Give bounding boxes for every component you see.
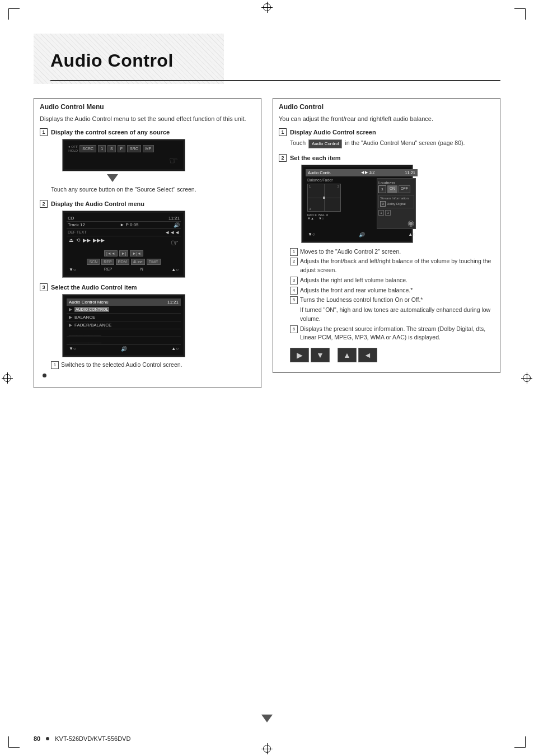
- cd-menu-icon: ▲○: [171, 267, 179, 272]
- balance-num-2: 2: [338, 185, 339, 188]
- step-1: 1 Display the control screen of any sour…: [40, 128, 255, 194]
- cd-row-2: Track 12 ► P 0:05 🔊: [67, 222, 181, 229]
- ac-ind-1: 1: [378, 210, 384, 216]
- cd-scn-btn: SCN: [87, 259, 100, 265]
- bottom-page-arrow: [261, 715, 273, 722]
- src-btn-2: 1: [98, 145, 106, 152]
- fad-label: FAD F ▼▲: [307, 213, 317, 220]
- ac-page-indicator: ◀ ▶ 1/2: [361, 170, 374, 175]
- cd-4line-btn: 4Line: [131, 259, 145, 265]
- nav-down-icon: ▼: [311, 348, 330, 362]
- touch-hand-icon: ☞: [67, 155, 181, 167]
- step-2: 2 Display the Audio Control menu CD 11:2…: [40, 200, 255, 278]
- cd-eject: ⏏: [69, 237, 74, 248]
- ac-menu-row-2: ▶ BALANCE: [67, 314, 181, 321]
- ac-menu-display: Audio Control Menu 11:21 ▶ AUDIO CONTROL…: [67, 298, 181, 353]
- list-item-6-text: Displays the present source information.…: [300, 325, 494, 343]
- cd-function-row: SCN REP RDM 4Line TIME: [67, 258, 181, 266]
- page-header: Audio Control: [34, 34, 500, 84]
- source-select-screen: ● OFF HOLD SCRC 1 S F SRC MP: [62, 139, 185, 171]
- step-3-title: Select the Audio Control item: [51, 284, 137, 291]
- right-step-1-num: 1: [279, 128, 287, 136]
- fad-bal-section: FAD F ▼▲ BAL R ▼○: [307, 213, 374, 220]
- cd-next-btn: ►|◄: [130, 250, 143, 256]
- list-item-1-text: Moves to the "Audio Control 2" screen.: [300, 248, 401, 256]
- ac-menu-title-bar: Audio Control Menu 11:21: [67, 298, 181, 306]
- cd-track-label: Track 12: [68, 222, 85, 227]
- stream-num: D: [380, 201, 386, 207]
- arrow-down-shape-1: [107, 174, 118, 182]
- cd-controls-row: |◄◄ ►| ►|◄: [67, 249, 181, 258]
- ac-menu-time: 11:21: [167, 300, 179, 305]
- cd-text: DEF TEXT: [68, 230, 87, 234]
- page-number: 80: [34, 735, 40, 742]
- audio-control-menu-section: Audio Control Menu Displays the Audio Co…: [34, 98, 261, 388]
- step-1-content: Touch any source button on the "Source S…: [40, 185, 255, 194]
- right-step-2: 2 Set the each item Audio Contr. ◀ ▶ 1/2…: [279, 154, 494, 363]
- right-step-1-title: Display Audio Control screen: [290, 129, 376, 136]
- cd-rew-btn: ◄◄◄: [165, 230, 180, 235]
- right-step-1-content: Touch Audio Control in the "Audio Contro…: [279, 139, 494, 148]
- cross-mark-left: [2, 372, 13, 384]
- step-1-header: 1 Display the control screen of any sour…: [40, 128, 255, 136]
- step-3-bullet: [40, 374, 255, 377]
- right-step-1: 1 Display Audio Control screen Touch Aud…: [279, 128, 494, 148]
- numbered-item-5-note: If turned "ON", high and low tones are a…: [290, 306, 494, 324]
- list-item-2-text: Adjusts the front/back and left/right ba…: [300, 257, 494, 275]
- ac-title-bar: Audio Contr. ◀ ▶ 1/2 11:21: [306, 169, 418, 176]
- list-num-1: 1: [290, 248, 298, 256]
- cd-screen-inner: CD 11:21 Track 12 ► P 0:05 🔊 DEF TEXT: [64, 213, 183, 276]
- loudness-section: Loudness 3 ON OFF: [378, 181, 414, 193]
- trim-mark-tr: [514, 8, 526, 20]
- trim-mark-br: [514, 736, 526, 748]
- page-title: Audio Control: [34, 34, 500, 71]
- right-step-1-header: 1 Display Audio Control screen: [279, 128, 494, 136]
- loudness-indicator: 3: [378, 185, 386, 193]
- list-item-5-text: Turns the Loudness control function On o…: [300, 296, 423, 305]
- ac-footer-icon: 🔊: [359, 232, 365, 237]
- src-btn-3: S: [107, 145, 116, 152]
- step-1-content2: in the "Audio Control Menu" screen (page…: [345, 139, 465, 146]
- cd-fwd3: ▶▶▶: [93, 237, 105, 248]
- ac-menu-vol: ▼○: [69, 346, 76, 352]
- cross-mark-right: [521, 372, 532, 384]
- audio-ctrl-display: Audio Contr. ◀ ▶ 1/2 11:21 Balance/Fader: [306, 169, 418, 239]
- list-num-5: 5: [290, 296, 298, 304]
- nav-play-icon: ▶: [290, 348, 309, 362]
- ac-menu-row-4: _____________: [67, 329, 181, 337]
- step-3-header: 3 Select the Audio Control item: [40, 283, 255, 291]
- cd-repeat: ⟲: [76, 237, 81, 248]
- source-screen-inner: ● OFF HOLD SCRC 1 S F SRC MP: [64, 141, 183, 169]
- list-item-4-text: Adjusts the front and rear volume balanc…: [300, 286, 413, 295]
- step-1-title: Display the control screen of any source: [51, 129, 170, 136]
- nav-icons-container: ▶ ▼ ▲ ◄: [279, 348, 494, 362]
- stream-dolby: D Dolby Digital: [380, 201, 413, 207]
- trim-mark-bl: [8, 736, 20, 748]
- list-num-6: 6: [290, 325, 298, 333]
- step-3-note-text: Switches to the selected Audio Control s…: [61, 361, 182, 370]
- page-footer: 80 KVT-526DVD/KVT-556DVD: [34, 735, 500, 742]
- right-numbered-list: 1 Moves to the "Audio Control 2" screen.…: [279, 248, 494, 343]
- bal-label: BAL R ▼○: [318, 213, 328, 220]
- audio-control-section: Audio Control You can adjust the front/r…: [273, 98, 500, 373]
- cd-touch-icon: ☞: [171, 237, 179, 248]
- step-3-numbered-list: 1 Switches to the selected Audio Control…: [51, 361, 255, 370]
- ac-menu-menu: ▲○: [171, 346, 179, 352]
- ac-body: Balance/Fader 1 2: [306, 176, 418, 231]
- list-item-3-text: Adjusts the right and left volume balanc…: [300, 276, 407, 285]
- cd-prev-btn: |◄◄: [104, 250, 118, 256]
- src-btn-4: F: [118, 145, 125, 152]
- ac-left-panel: Balance/Fader 1 2: [307, 178, 374, 229]
- step-3-note-container: 1 Switches to the selected Audio Control…: [40, 361, 255, 370]
- ac-time-display: 11:21: [405, 170, 415, 175]
- ac-menu-row-3: ▶ FADER/BALANCE: [67, 321, 181, 329]
- right-step-2-num: 2: [279, 154, 287, 162]
- ac-menu-row-1: ▶ AUDIO CONTROL: [67, 306, 181, 314]
- ac-menu-item-5: _____________: [69, 338, 101, 343]
- arrow-down-1: [51, 174, 174, 182]
- numbered-item-6: 6 Displays the present source informatio…: [290, 325, 494, 343]
- cd-rdm-btn: RDM: [116, 259, 129, 265]
- bullet-point: [43, 374, 46, 377]
- ac-vol-dn: ▼○: [308, 232, 315, 237]
- nav-spacer: [331, 348, 336, 362]
